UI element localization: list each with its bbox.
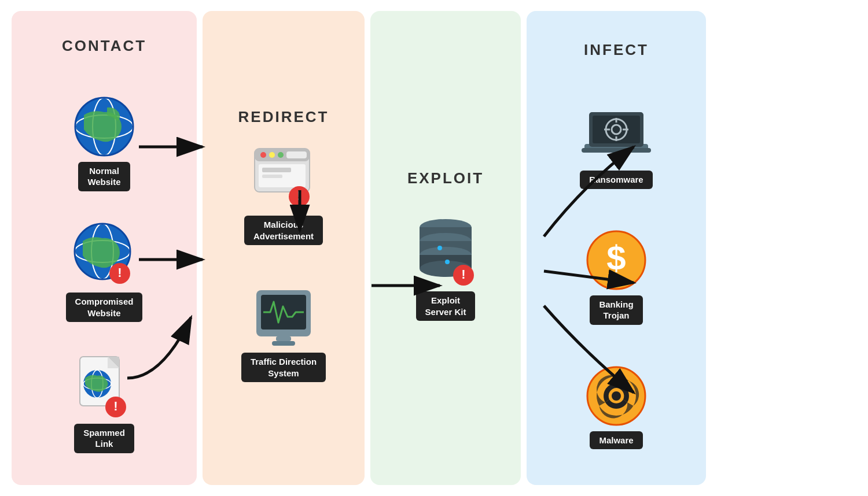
malware-icon xyxy=(584,364,648,428)
exploit-kit-icon: ! xyxy=(408,207,483,288)
banking-trojan-label: BankingTrojan xyxy=(590,295,642,325)
redirect-title: REDIRECT xyxy=(238,108,329,126)
node-banking-trojan: $ BankingTrojan xyxy=(584,228,648,325)
svg-text:!: ! xyxy=(461,267,465,282)
malicious-ad-icon: ! xyxy=(252,146,315,212)
node-exploit-kit: ! ExploitServer Kit xyxy=(408,207,483,321)
svg-rect-26 xyxy=(262,175,282,178)
svg-rect-45 xyxy=(582,148,651,153)
spammed-link-icon: ! xyxy=(75,354,133,420)
spammed-link-label: SpammedLink xyxy=(74,424,134,453)
node-malware: Malware xyxy=(584,364,648,450)
node-traffic-direction: Traffic DirectionSystem xyxy=(241,286,326,382)
malicious-ad-label: MaliciousAdvertisement xyxy=(244,216,323,245)
svg-text:!: ! xyxy=(117,265,122,280)
node-normal-website: NormalWebsite xyxy=(72,95,136,191)
node-ransomware: Ransomware xyxy=(579,106,654,189)
infect-title: INFECT xyxy=(584,41,649,59)
exploit-title: EXPLOIT xyxy=(407,169,484,187)
column-redirect: REDIRECT xyxy=(203,11,365,485)
svg-point-21 xyxy=(269,152,275,158)
column-contact: CONTACT NormalWebsite xyxy=(12,11,197,485)
diagram: CONTACT NormalWebsite xyxy=(12,11,856,485)
svg-text:!: ! xyxy=(113,399,117,413)
svg-point-41 xyxy=(445,260,450,264)
svg-text:!: ! xyxy=(297,188,301,203)
normal-website-label: NormalWebsite xyxy=(78,162,130,191)
svg-rect-25 xyxy=(262,168,291,172)
traffic-direction-icon xyxy=(252,286,315,349)
svg-text:$: $ xyxy=(606,239,626,277)
exploit-kit-label: ExploitServer Kit xyxy=(416,291,476,321)
svg-point-40 xyxy=(437,246,442,250)
svg-point-20 xyxy=(260,152,266,158)
svg-point-59 xyxy=(612,391,621,401)
ransomware-icon xyxy=(579,106,654,167)
contact-title: CONTACT xyxy=(62,37,146,55)
node-spammed-link: ! SpammedLink xyxy=(74,354,134,453)
traffic-direction-label: Traffic DirectionSystem xyxy=(241,353,326,382)
ransomware-label: Ransomware xyxy=(580,171,652,189)
normal-website-icon xyxy=(72,95,136,158)
svg-rect-32 xyxy=(272,341,295,346)
compromised-website-icon: ! xyxy=(72,223,136,289)
banking-trojan-icon: $ xyxy=(584,228,648,292)
svg-point-22 xyxy=(278,152,284,158)
compromised-website-label: CompromisedWebsite xyxy=(66,293,143,322)
svg-rect-31 xyxy=(276,336,291,341)
column-exploit: EXPLOIT ! xyxy=(370,11,521,485)
malware-label: Malware xyxy=(590,431,642,450)
column-infect: INFECT R xyxy=(527,11,706,485)
svg-rect-23 xyxy=(286,151,307,158)
node-compromised-website: ! CompromisedWebsite xyxy=(66,223,143,322)
node-malicious-ad: ! MaliciousAdvertisement xyxy=(244,146,323,245)
